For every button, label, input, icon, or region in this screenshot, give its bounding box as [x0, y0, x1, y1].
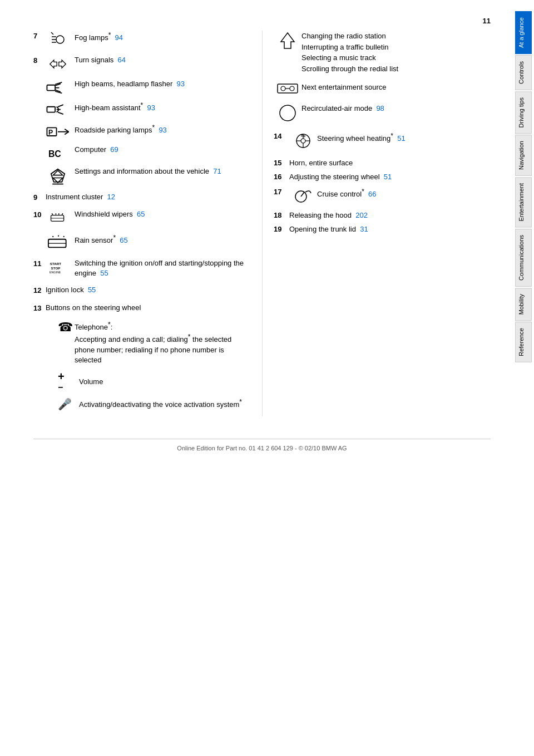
item-18-number: 18 [274, 211, 289, 219]
recirculated-air-icon [274, 103, 301, 123]
high-beams-icon [46, 80, 70, 96]
volume-icon: + − [58, 371, 75, 392]
sidebar-tab-reference[interactable]: Reference [515, 322, 532, 362]
item-7-text: Fog lamps* 94 [75, 31, 245, 43]
right-column: Changing the radio station Interrupting … [262, 31, 491, 416]
item-12-number: 12 [33, 286, 46, 296]
entertainment-source-icon [274, 82, 301, 95]
cruise-control-icon [289, 186, 317, 203]
sub-item-computer-page[interactable]: 69 [110, 145, 118, 154]
item-11-page[interactable]: 55 [100, 269, 108, 277]
item-13-number: 13 [33, 303, 46, 313]
item-13-telephone-text: Telephone*: Accepting and ending a call;… [75, 320, 245, 365]
item-12-text: Ignition lock 55 [46, 285, 245, 295]
svg-text:P: P [48, 128, 53, 136]
item-9-text: Instrument cluster 12 [46, 192, 245, 202]
item-14-number: 14 [274, 131, 289, 140]
item-14-page[interactable]: 51 [397, 134, 405, 143]
item-9-number: 9 [33, 193, 46, 203]
item-10-text: Windshield wipers 65 [75, 209, 245, 219]
item-15-number: 15 [274, 159, 289, 167]
item-16-text: Adjusting the steering wheel 51 [289, 173, 392, 181]
sub-item-high-beams-text: High beams, headlamp flasher 93 [75, 80, 245, 88]
svg-marker-40 [281, 33, 294, 48]
sidebar-tab-navigation[interactable]: Navigation [515, 135, 532, 176]
svg-point-42 [281, 86, 285, 91]
sidebar-tab-at-a-glance[interactable]: At a glance [515, 11, 532, 54]
sub-item-high-beam-assistant: High-beam assistant* 93 [46, 101, 245, 117]
sub-item-high-beams: High beams, headlamp flasher 93 [46, 80, 245, 96]
right-item-recirculated-air-page[interactable]: 98 [376, 104, 384, 112]
sidebar-tab-controls[interactable]: Controls [515, 55, 532, 90]
computer-icon: BC [46, 145, 70, 161]
item-17-page[interactable]: 66 [368, 190, 376, 198]
item-8-text: Turn signals 64 [75, 55, 245, 65]
item-17-text: Cruise control* 66 [317, 186, 491, 200]
right-item-scroll-text: Changing the radio station Interrupting … [301, 31, 491, 74]
item-8-page[interactable]: 64 [118, 56, 126, 64]
svg-text:BC: BC [48, 149, 61, 159]
item-19-page[interactable]: 31 [360, 225, 368, 233]
item-16-number: 16 [274, 173, 289, 181]
telephone-icon: ☎ [58, 320, 75, 335]
item-18-text: Releasing the hood 202 [289, 211, 368, 219]
item-14: 14 Steering wheel heatin [274, 131, 491, 151]
item-9-page[interactable]: 12 [107, 193, 115, 201]
steering-wheel-heating-icon [289, 131, 317, 151]
sub-item-parking-lamps-page[interactable]: 93 [159, 126, 166, 134]
turn-signal-icon [46, 55, 70, 73]
svg-line-15 [58, 105, 63, 107]
item-15: 15 Horn, entire surface [274, 159, 491, 167]
svg-point-43 [290, 86, 294, 91]
svg-marker-5 [50, 60, 57, 68]
parking-lamp-icon: P [46, 124, 70, 140]
svg-line-53 [301, 192, 304, 197]
item-13: 13 Buttons on the steering wheel [33, 303, 245, 313]
item-11-number: 11 [33, 259, 46, 269]
svg-marker-6 [59, 60, 66, 68]
sidebar-tab-driving-tips[interactable]: Driving tips [515, 91, 532, 134]
item-7-page[interactable]: 94 [115, 33, 123, 42]
sub-item-high-beams-page[interactable]: 93 [177, 80, 185, 88]
page-number: 11 [33, 17, 491, 25]
sub-item-rain-sensor-text: Rain sensor* 65 [75, 234, 245, 244]
svg-text:STOP: STOP [51, 266, 61, 269]
start-stop-icon: START STOP ENGINE [46, 258, 70, 276]
sidebar-tab-communications[interactable]: Communications [515, 229, 532, 287]
voice-activation-icon: 🎤 [58, 397, 75, 411]
footer: Online Edition for Part no. 01 41 2 604 … [33, 439, 491, 451]
sub-item-settings-page[interactable]: 71 [213, 167, 221, 175]
right-item-recirculated-air-text: Recirculated-air mode 98 [301, 103, 491, 114]
item-8-number: 8 [33, 56, 46, 66]
sidebar: At a glance Controls Driving tips Naviga… [513, 0, 534, 756]
sub-item-parking-lamps: P Roadside parking lamps* 93 [46, 124, 245, 140]
settings-vehicle-icon [46, 167, 70, 186]
right-item-scroll: Changing the radio station Interrupting … [274, 31, 491, 74]
high-beam-assistant-icon [46, 101, 70, 117]
item-8: 8 Turn signals 64 [33, 55, 245, 73]
rain-sensor-icon [46, 234, 70, 253]
item-10-number: 10 [33, 210, 46, 220]
svg-rect-7 [47, 85, 55, 91]
footer-text: Online Edition for Part no. 01 41 2 604 … [177, 445, 347, 451]
sub-item-high-beam-assistant-page[interactable]: 93 [147, 104, 155, 112]
item-10-page[interactable]: 65 [137, 210, 145, 218]
sub-item-computer: BC Computer 69 [46, 145, 245, 161]
svg-point-0 [56, 36, 64, 43]
item-9: 9 Instrument cluster 12 [33, 192, 245, 203]
sub-item-rain-sensor: Rain sensor* 65 [46, 234, 245, 253]
sub-item-rain-sensor-page[interactable]: 65 [120, 236, 127, 244]
item-16-page[interactable]: 51 [384, 173, 392, 181]
sidebar-tab-entertainment[interactable]: Entertainment [515, 177, 532, 227]
item-18-page[interactable]: 202 [355, 211, 368, 219]
item-19-number: 19 [274, 225, 289, 233]
main-content: 11 7 Fog lamps* 94 [0, 0, 513, 756]
sub-item-settings-text: Settings and information about the vehic… [75, 167, 245, 175]
item-11: 11 START STOP ENGINE Switching the ignit… [33, 258, 245, 278]
sub-item-settings: Settings and information about the vehic… [46, 167, 245, 186]
sidebar-tab-mobility[interactable]: Mobility [515, 288, 532, 321]
sub-item-parking-lamps-text: Roadside parking lamps* 93 [75, 124, 245, 134]
svg-line-16 [58, 112, 63, 115]
item-7-number: 7 [33, 31, 46, 41]
item-12-page[interactable]: 55 [88, 286, 96, 294]
